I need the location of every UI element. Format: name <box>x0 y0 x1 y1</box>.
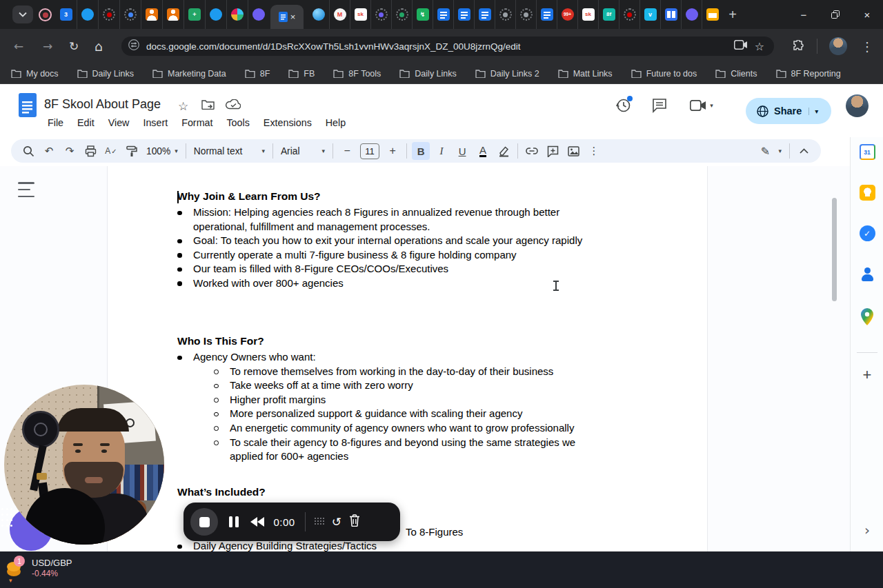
sheets-plus-tab[interactable]: + <box>188 8 201 21</box>
font-select[interactable]: Arial <box>281 146 300 156</box>
back-button[interactable]: ← <box>10 37 28 55</box>
print-icon[interactable] <box>81 142 99 160</box>
delete-recording-icon[interactable] <box>349 514 360 529</box>
loading-tab-green[interactable] <box>396 8 408 21</box>
lightning-tab[interactable]: ↯ <box>417 8 429 21</box>
loading-tab-red[interactable] <box>103 8 115 21</box>
twitter-tab[interactable] <box>81 8 94 21</box>
flower-tab[interactable] <box>252 8 265 21</box>
meet-video-icon[interactable]: ▾ <box>686 95 717 116</box>
document-tabs-icon[interactable] <box>18 182 34 197</box>
profile-avatar[interactable] <box>829 37 847 55</box>
account-avatar[interactable] <box>846 94 869 117</box>
window-close-button[interactable]: × <box>851 0 883 29</box>
bookmark-item[interactable]: Matt Links <box>558 69 613 79</box>
bookmark-item[interactable]: 8F Tools <box>333 69 381 79</box>
insert-image-icon[interactable] <box>564 142 582 160</box>
bookmark-item[interactable]: Daily Links <box>77 69 134 79</box>
font-size-field[interactable]: 11 <box>360 143 379 159</box>
active-tab[interactable]: × <box>270 5 304 29</box>
docs-tab[interactable] <box>437 8 450 21</box>
tasks-icon[interactable]: ✓ <box>851 225 883 241</box>
vertical-scrollbar[interactable] <box>832 198 837 301</box>
document-page[interactable]: Why Join & Learn From Us? Mission: Helpi… <box>107 166 708 551</box>
search-menus-icon[interactable] <box>19 142 37 160</box>
url-text[interactable]: docs.google.com/document/d/1DsRcXXowTh5L… <box>146 41 727 52</box>
docs-tab[interactable] <box>458 8 470 21</box>
hide-menus-icon[interactable] <box>795 142 813 160</box>
skool-tab[interactable]: sk <box>582 8 595 21</box>
slack-tab[interactable] <box>231 8 244 21</box>
bookmark-star-icon[interactable]: ☆ <box>755 40 764 53</box>
skool-tab[interactable]: sk <box>355 8 367 21</box>
menu-help[interactable]: Help <box>319 114 353 131</box>
8f-tab[interactable]: 8f <box>603 8 615 21</box>
extensions-icon[interactable] <box>789 37 807 55</box>
flower-tab[interactable] <box>686 8 698 21</box>
bookmark-item[interactable]: My docs <box>11 69 59 79</box>
sphere-tab[interactable] <box>312 8 325 21</box>
loading-tab-gray[interactable] <box>499 8 512 21</box>
menu-edit[interactable]: Edit <box>70 114 101 131</box>
redo-icon[interactable]: ↷ <box>61 142 79 160</box>
bold-button[interactable]: B <box>412 142 430 160</box>
mail-tab[interactable]: M <box>334 8 346 21</box>
spellcheck-icon[interactable]: A✓ <box>102 142 120 160</box>
overlay-drag-dots[interactable] <box>1 508 15 530</box>
comments-icon[interactable] <box>649 95 670 116</box>
more-toolbar-icon[interactable]: ⋮ <box>585 142 603 160</box>
window-restore-button[interactable] <box>820 0 851 29</box>
badge-99-tab[interactable]: 99+ <box>562 8 574 21</box>
twitter-tab[interactable] <box>210 8 222 21</box>
decrease-font-button[interactable]: − <box>338 142 356 160</box>
reload-button[interactable]: ↻ <box>65 37 83 55</box>
vimeo-tab[interactable]: v <box>644 8 657 21</box>
menu-insert[interactable]: Insert <box>136 114 175 131</box>
cloud-saved-icon[interactable] <box>226 99 241 113</box>
drive-folder-tab[interactable] <box>706 8 719 21</box>
url-bar[interactable]: docs.google.com/document/d/1DsRcXXowTh5L… <box>121 37 774 56</box>
book-tab[interactable] <box>665 8 677 21</box>
weather-widget[interactable]: 1 ▾ USD/GBP -0.44% <box>6 556 72 580</box>
move-folder-icon[interactable] <box>201 99 215 113</box>
bookmark-item[interactable]: 8F <box>245 69 270 79</box>
docs-tab[interactable] <box>479 8 491 21</box>
tab-close-icon[interactable]: × <box>290 12 296 21</box>
undo-icon[interactable]: ↶ <box>40 142 58 160</box>
contact-tab[interactable] <box>146 8 158 21</box>
calendar-tab[interactable]: 3 <box>60 8 72 21</box>
bookmark-item[interactable]: Future to dos <box>631 69 697 79</box>
rewind-button[interactable] <box>250 517 264 527</box>
get-addons-button[interactable]: + <box>851 366 883 384</box>
text-color-button[interactable]: A <box>479 145 486 157</box>
menu-file[interactable]: File <box>41 114 70 131</box>
paint-format-icon[interactable] <box>123 142 141 160</box>
share-button[interactable]: Share ▾ <box>746 98 831 124</box>
site-info-icon[interactable] <box>128 39 139 53</box>
loading-tab-gray[interactable] <box>520 8 533 21</box>
increase-font-button[interactable]: + <box>384 142 401 160</box>
new-tab-button[interactable]: + <box>723 5 742 24</box>
webcam-bubble[interactable] <box>4 385 164 545</box>
drag-handle-icon[interactable] <box>315 518 326 526</box>
contacts-icon[interactable] <box>851 267 883 283</box>
document-title[interactable]: 8F Skool About Page <box>44 97 161 112</box>
zoom-select[interactable]: 100% <box>146 146 170 156</box>
stop-recording-button[interactable] <box>190 508 218 536</box>
bookmark-item[interactable]: Clients <box>715 69 757 79</box>
browser-menu-icon[interactable]: ⋮ <box>858 37 876 55</box>
loading-tab-red[interactable] <box>624 8 636 21</box>
star-document-icon[interactable]: ☆ <box>178 99 188 113</box>
italic-button[interactable]: I <box>433 142 450 160</box>
camera-icon[interactable] <box>734 40 748 52</box>
bookmark-item[interactable]: FB <box>288 69 315 79</box>
docs-tab[interactable] <box>541 8 553 21</box>
menu-format[interactable]: Format <box>175 114 219 131</box>
maps-icon[interactable] <box>851 308 883 325</box>
highlight-color-icon[interactable] <box>495 142 513 160</box>
collapse-panel-icon[interactable]: › <box>851 522 883 538</box>
google-docs-logo[interactable] <box>19 93 37 117</box>
editing-mode-icon[interactable]: ✎ <box>756 142 774 160</box>
bookmark-item[interactable]: 8F Reporting <box>776 69 841 79</box>
bookmark-item[interactable]: Daily Links <box>399 69 456 79</box>
